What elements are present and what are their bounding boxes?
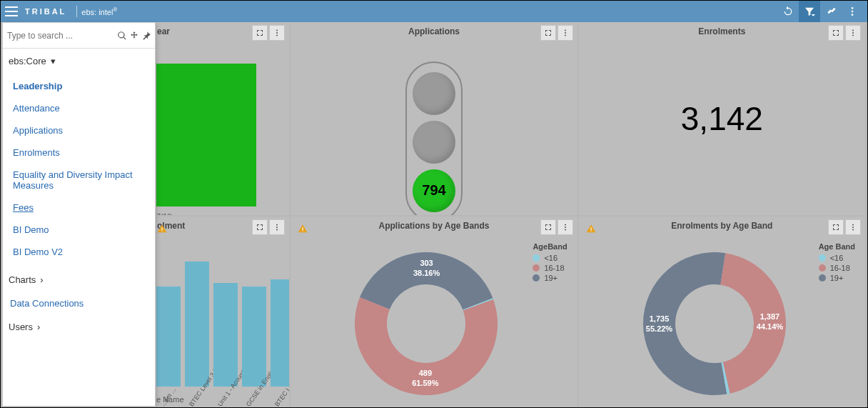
expand-button[interactable] [540,219,556,235]
card-menu-button[interactable] [845,25,861,41]
svg-point-4 [276,32,278,34]
svg-point-16 [565,227,566,228]
card-menu-button[interactable] [557,219,573,235]
legend-item: 19+ [533,274,567,282]
search-row [3,23,155,49]
bar [213,283,238,387]
nav-item-fees[interactable]: Fees [3,196,155,219]
warning-icon [586,224,596,236]
nav-item-bi-demo[interactable]: BI Demo [3,219,155,241]
svg-point-17 [565,229,566,231]
slice-count: 303 [420,259,433,267]
legend-title: AgeBand [533,242,567,251]
legend-item: 19+ [819,274,855,282]
enrolments-value: 3,142 [579,99,865,138]
card-title: Enrolments [579,26,865,36]
nav-item-applications[interactable]: Applications [3,119,155,141]
bar [242,287,266,387]
legend-title: Age Band [819,242,855,251]
svg-point-20 [852,229,854,231]
expand-button[interactable] [252,25,268,41]
card-menu-button[interactable] [269,25,285,41]
light-green: 794 [413,169,455,212]
nav-item-enrolments[interactable]: Enrolments [3,141,155,164]
svg-point-11 [852,35,854,36]
legend: AgeBand<1616-1819+ [533,242,567,284]
bar [185,262,209,387]
svg-point-12 [276,224,278,226]
nav-group-ebscore[interactable]: ebs:Core ▾ [3,49,155,74]
card-menu-button[interactable] [557,25,573,41]
card-enrolments-by-age: Enrolments by Age Band 1,73555.22%1,3874… [579,217,865,408]
legend-item: 16-18 [819,264,855,272]
nav-group-label: ebs:Core [9,56,46,66]
svg-point-6 [565,30,566,31]
card-title: Applications [291,26,577,36]
legend-item: <16 [819,254,855,262]
nav-items: LeadershipAttendanceApplicationsEnrolmen… [3,74,155,267]
svg-point-3 [276,30,278,31]
legend-item: <16 [533,254,567,262]
nav-item-equality-and-diversity-impact-measures[interactable]: Equality and Diversity Impact Measures [3,164,155,196]
bar [271,279,289,387]
svg-point-19 [852,227,854,228]
slice-pct: 38.16% [413,269,440,277]
light-red [413,72,455,115]
side-panel: ebs:Core ▾ LeadershipAttendanceApplicati… [2,22,156,407]
nav-item-leadership[interactable]: Leadership [3,75,155,97]
slice-pct: 61.59% [413,379,440,387]
card-title: Enrolments by Age Band [579,221,865,231]
settings-button[interactable] [820,1,842,22]
card-applications: Applications 794 [291,22,577,215]
chevron-down-icon: ▾ [51,56,56,66]
svg-point-5 [276,35,278,36]
svg-point-13 [276,227,278,228]
expand-button[interactable] [828,219,844,235]
card-applications-by-age: Applications by Age Bands 48961.59%30338… [291,217,577,408]
slice-count: 1,735 [649,314,669,323]
svg-point-15 [565,224,566,226]
nav-item-attendance[interactable]: Attendance [3,97,155,119]
light-amber [413,121,455,164]
expand-button[interactable] [540,25,556,41]
traffic-light: 794 [405,61,463,215]
pin-icon[interactable] [140,27,152,44]
legend-item: 16-18 [533,264,567,272]
nav-item-bi-demo-v2[interactable]: BI Demo V2 [3,241,155,263]
brand-divider [76,6,77,17]
search-input[interactable] [6,27,116,44]
bar-chart: ...em ...BTEC Level 3 Dip...Unit 1 - Aco… [156,259,285,387]
svg-point-1 [852,11,854,13]
svg-point-18 [852,224,854,226]
expand-button[interactable] [252,219,268,235]
svg-point-7 [565,32,566,34]
nav-section-charts[interactable]: Charts › [3,267,155,292]
svg-point-2 [852,14,854,16]
svg-point-9 [852,30,854,31]
svg-point-8 [565,35,566,36]
svg-point-0 [852,7,854,9]
card-enrolments: Enrolments 3,142 [579,22,865,215]
legend: Age Band<1616-1819+ [819,242,855,284]
tick-label: 7/18 [156,212,171,215]
svg-point-10 [852,32,854,34]
slice-count: 1,387 [760,312,779,321]
card-title: Applications by Age Bands [291,221,577,231]
slice-count: 489 [419,369,432,377]
slice-pct: 55.22% [646,324,673,333]
search-icon[interactable] [116,27,128,44]
card-menu-button[interactable] [845,219,861,235]
card-menu-button[interactable] [269,219,285,235]
menu-icon[interactable] [5,6,18,16]
slice-pct: 44.14% [756,322,783,331]
nav-section-users[interactable]: Users › [3,314,155,339]
warning-icon [157,224,167,236]
refresh-button[interactable] [777,1,799,22]
bar-segment [156,64,256,207]
move-icon[interactable] [128,27,140,44]
filter-button[interactable] [799,1,820,22]
expand-button[interactable] [828,25,844,41]
topbar: TRIBAL ebs: intel® [1,1,867,22]
nav-section-data-connections[interactable]: Data Connections [3,292,155,314]
more-button[interactable] [842,1,863,22]
